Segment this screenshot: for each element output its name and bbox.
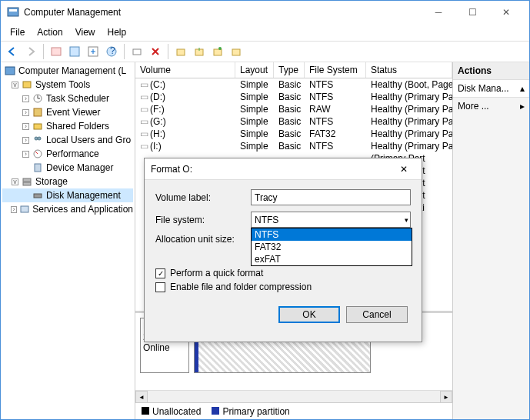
svg-point-19: [38, 137, 41, 140]
menu-help[interactable]: Help: [102, 25, 133, 39]
volume-label-label: Volume label:: [155, 192, 251, 203]
filesystem-dropdown[interactable]: NTFS FAT32 exFAT: [251, 228, 412, 266]
toolbar-icon[interactable]: [66, 43, 83, 60]
svg-rect-0: [8, 8, 18, 16]
window-title: Computer Management: [24, 7, 422, 18]
volume-label-input[interactable]: [251, 189, 411, 205]
volume-row[interactable]: ▭(D:)SimpleBasicNTFSHealthy (Primary Par…: [135, 91, 452, 103]
scroll-left-icon[interactable]: ◄: [135, 391, 148, 403]
menu-bar: File Action View Help: [1, 24, 529, 41]
col-filesystem[interactable]: File System: [305, 62, 366, 78]
svg-rect-1: [9, 9, 17, 12]
actions-pane: Actions Disk Mana...▴ More ...▸: [452, 62, 529, 419]
checkbox-unchecked-icon[interactable]: [155, 282, 165, 292]
actions-more[interactable]: More ...▸: [453, 98, 529, 115]
fs-option-ntfs[interactable]: NTFS: [252, 228, 412, 241]
collapse-icon[interactable]: ▴: [520, 83, 525, 94]
dialog-close-button[interactable]: ✕: [392, 160, 415, 178]
tree-performance[interactable]: ›Performance: [2, 147, 133, 161]
window-titlebar: Computer Management ─ ☐ ✕: [1, 1, 529, 24]
menu-action[interactable]: Action: [31, 25, 68, 39]
actions-disk-header[interactable]: Disk Mana...▴: [453, 80, 529, 98]
toolbar-icon[interactable]: [172, 43, 189, 60]
volume-row[interactable]: ▭(F:)SimpleBasicRAWHealthy (Primary Part: [135, 103, 452, 115]
svg-rect-22: [23, 178, 31, 182]
tree-event-viewer[interactable]: ›Event Viewer: [2, 105, 133, 119]
dialog-titlebar[interactable]: Format O: ✕: [145, 158, 422, 180]
help-icon[interactable]: ?: [103, 43, 120, 60]
svg-text:?: ?: [110, 46, 115, 56]
chevron-right-icon: ▸: [520, 101, 525, 112]
scroll-right-icon[interactable]: ►: [440, 391, 452, 403]
tree-system-tools[interactable]: vSystem Tools: [2, 78, 133, 92]
close-button[interactable]: ✕: [489, 1, 523, 24]
svg-point-11: [218, 47, 222, 50]
delete-icon[interactable]: [147, 43, 164, 60]
svg-rect-3: [70, 47, 79, 56]
volume-row[interactable]: ▭(I:)SimpleBasicNTFSHealthy (Primary Par…: [135, 140, 452, 152]
svg-rect-17: [34, 124, 42, 129]
volume-row[interactable]: ▭(C:)SimpleBasicNTFSHealthy (Boot, Page …: [135, 78, 452, 91]
tree-storage[interactable]: vStorage: [2, 175, 133, 188]
svg-rect-14: [23, 82, 31, 88]
checkbox-checked-icon[interactable]: ✓: [155, 268, 165, 278]
nav-tree[interactable]: Computer Management (L vSystem Tools ›Ta…: [1, 62, 135, 419]
actions-header: Actions: [453, 62, 529, 80]
toolbar-icon[interactable]: [85, 43, 102, 60]
maximize-button[interactable]: ☐: [455, 1, 489, 24]
menu-file[interactable]: File: [4, 25, 31, 39]
dialog-title: Format O:: [151, 164, 392, 175]
ok-button[interactable]: OK: [278, 306, 340, 323]
col-status[interactable]: Status: [366, 62, 452, 78]
chevron-down-icon: ▾: [405, 216, 408, 224]
quick-format-checkbox[interactable]: ✓ Perform a quick format: [155, 268, 411, 278]
svg-rect-7: [133, 49, 141, 55]
compression-checkbox[interactable]: Enable file and folder compression: [155, 282, 411, 292]
tree-task-scheduler[interactable]: ›Task Scheduler: [2, 92, 133, 105]
tree-root[interactable]: Computer Management (L: [2, 64, 133, 78]
svg-rect-16: [34, 108, 42, 116]
toolbar-icon[interactable]: [128, 43, 145, 60]
allocation-label: Allocation unit size:: [155, 234, 251, 245]
horizontal-scrollbar[interactable]: ◄ ►: [135, 390, 452, 402]
toolbar-icon[interactable]: [48, 43, 65, 60]
toolbar: ?: [1, 41, 529, 62]
svg-rect-24: [34, 194, 42, 198]
filesystem-label: File system:: [155, 215, 251, 225]
filesystem-select[interactable]: NTFS ▾: [251, 212, 411, 228]
menu-view[interactable]: View: [69, 25, 102, 39]
svg-point-18: [35, 137, 38, 140]
col-layout[interactable]: Layout: [235, 62, 274, 78]
toolbar-icon[interactable]: [228, 43, 245, 60]
forward-button[interactable]: [22, 43, 39, 60]
svg-rect-13: [5, 67, 15, 75]
svg-rect-2: [52, 48, 61, 55]
volume-row[interactable]: ▭(H:)SimpleBasicFAT32Healthy (Primary Pa…: [135, 128, 452, 140]
toolbar-icon[interactable]: [209, 43, 226, 60]
format-dialog: Format O: ✕ Volume label: File system: N…: [144, 158, 422, 342]
toolbar-icon[interactable]: [191, 43, 208, 60]
tree-shared-folders[interactable]: ›Shared Folders: [2, 119, 133, 133]
svg-rect-21: [35, 164, 41, 172]
column-headers: Volume Layout Type File System Status: [135, 62, 452, 78]
fs-option-fat32[interactable]: FAT32: [252, 241, 412, 253]
tree-local-users[interactable]: ›Local Users and Gro: [2, 133, 133, 147]
col-volume[interactable]: Volume: [135, 62, 235, 78]
cancel-button[interactable]: Cancel: [346, 306, 408, 323]
svg-rect-25: [21, 206, 28, 212]
legend: Unallocated Primary partition: [135, 402, 452, 419]
tree-device-manager[interactable]: Device Manager: [2, 161, 133, 175]
app-icon: [7, 6, 19, 18]
svg-rect-12: [232, 49, 240, 55]
svg-rect-8: [177, 49, 185, 55]
tree-disk-management[interactable]: Disk Management: [2, 188, 133, 202]
svg-rect-10: [214, 49, 222, 55]
fs-option-exfat[interactable]: exFAT: [252, 253, 412, 265]
svg-rect-23: [23, 182, 31, 185]
minimize-button[interactable]: ─: [422, 1, 455, 24]
tree-services[interactable]: ›Services and Application: [2, 202, 133, 216]
back-button[interactable]: [4, 43, 21, 60]
volume-row[interactable]: ▭(G:)SimpleBasicNTFSHealthy (Primary Par…: [135, 115, 452, 128]
col-type[interactable]: Type: [274, 62, 305, 78]
